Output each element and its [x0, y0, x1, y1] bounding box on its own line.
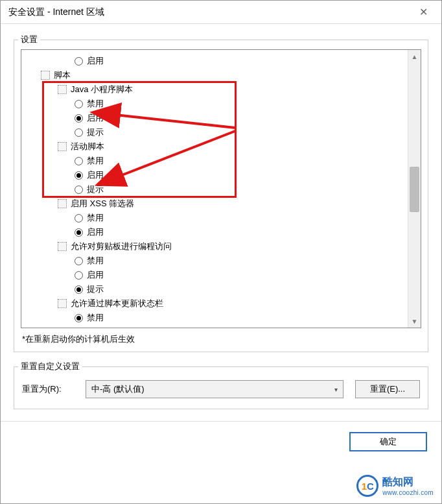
radio-icon — [75, 114, 83, 123]
button-label: 确定 — [380, 436, 397, 448]
scroll-down-icon[interactable]: ▼ — [408, 315, 421, 328]
radio-icon — [75, 214, 83, 222]
scroll-up-icon[interactable]: ▲ — [408, 50, 421, 63]
radio-icon — [75, 271, 83, 280]
category-label: 允许通过脚本更新状态栏 — [71, 296, 163, 311]
option-label: 禁用 — [87, 211, 104, 225]
reset-row: 重置为(R): 中-高 (默认值) ▾ 重置(E)... — [21, 376, 421, 402]
tree-scroll-area: 启用 脚本 Java 小程序脚本 禁用 — [21, 50, 408, 328]
radio-icon — [75, 100, 83, 108]
category-java-applet: Java 小程序脚本 — [21, 82, 408, 97]
category-icon — [58, 85, 67, 94]
clipboard-enable[interactable]: 启用 — [21, 268, 408, 282]
close-icon: ✕ — [419, 6, 428, 18]
reset-legend: 重置自定义设置 — [18, 361, 82, 372]
option-label: 禁用 — [87, 311, 104, 325]
reset-level-select[interactable]: 中-高 (默认值) ▾ — [86, 380, 343, 398]
scrollbar-thumb[interactable] — [410, 167, 419, 212]
category-xss-filter: 启用 XSS 筛选器 — [21, 197, 408, 211]
radio-icon — [75, 128, 83, 137]
radio-icon — [75, 257, 83, 265]
active-script-disable[interactable]: 禁用 — [21, 154, 408, 168]
option-label: 提示 — [87, 182, 104, 197]
chevron-down-icon: ▾ — [334, 386, 338, 393]
category-clipboard: 允许对剪贴板进行编程访问 — [21, 239, 408, 254]
category-statusbar: 允许通过脚本更新状态栏 — [21, 296, 408, 311]
radio-icon — [75, 314, 83, 322]
button-label: 重置(E)... — [370, 383, 405, 395]
ok-button[interactable]: 确定 — [349, 432, 427, 451]
watermark-logo-icon: 1C — [356, 475, 378, 497]
option-label: 启用 — [87, 225, 104, 239]
option-label: 禁用 — [87, 97, 104, 111]
option-label: 启用 — [87, 111, 104, 125]
dialog-footer: 确定 — [1, 422, 441, 451]
reset-button[interactable]: 重置(E)... — [355, 380, 420, 398]
active-script-enable[interactable]: 启用 — [21, 168, 408, 182]
xss-disable[interactable]: 禁用 — [21, 211, 408, 225]
category-label: 启用 XSS 筛选器 — [71, 197, 134, 211]
category-label: 活动脚本 — [71, 139, 104, 154]
close-button[interactable]: ✕ — [410, 3, 436, 21]
titlebar: 安全设置 - Internet 区域 ✕ — [1, 1, 441, 24]
radio-icon — [75, 157, 83, 165]
option-label: 禁用 — [87, 154, 104, 168]
radio-icon — [75, 186, 83, 194]
clipboard-disable[interactable]: 禁用 — [21, 254, 408, 268]
radio-icon — [75, 285, 83, 294]
window-title: 安全设置 - Internet 区域 — [8, 6, 104, 18]
option-label: 禁用 — [87, 254, 104, 268]
category-icon — [58, 299, 67, 308]
category-label: Java 小程序脚本 — [71, 82, 133, 97]
category-icon — [58, 142, 67, 151]
scrollbar[interactable]: ▲ ▼ — [408, 50, 421, 328]
option-label: 提示 — [87, 125, 104, 139]
radio-icon — [75, 228, 83, 237]
active-script-prompt[interactable]: 提示 — [21, 182, 408, 197]
option-label: 启用 — [87, 268, 104, 282]
category-label: 允许对剪贴板进行编程访问 — [71, 239, 172, 254]
option-enable-generic[interactable]: 启用 — [21, 54, 408, 68]
settings-groupbox: 设置 启用 脚本 Java 小程序 — [14, 40, 428, 352]
dialog-window: 安全设置 - Internet 区域 ✕ 设置 启用 脚本 — [0, 0, 442, 504]
option-label: 提示 — [87, 282, 104, 296]
java-applet-enable[interactable]: 启用 — [21, 111, 408, 125]
category-active-scripting: 活动脚本 — [21, 139, 408, 154]
java-applet-disable[interactable]: 禁用 — [21, 97, 408, 111]
radio-icon — [75, 171, 83, 180]
category-icon — [41, 71, 50, 80]
dialog-content: 设置 启用 脚本 Java 小程序 — [1, 24, 441, 409]
select-value: 中-高 (默认值) — [91, 383, 145, 395]
settings-tree: 启用 脚本 Java 小程序脚本 禁用 — [21, 49, 421, 328]
category-icon — [58, 199, 67, 208]
clipboard-prompt[interactable]: 提示 — [21, 282, 408, 296]
watermark-text: 酷知网 www.coozhi.com — [382, 475, 434, 496]
reset-groupbox: 重置自定义设置 重置为(R): 中-高 (默认值) ▾ 重置(E)... — [14, 366, 428, 409]
reset-label: 重置为(R): — [22, 383, 74, 395]
java-applet-prompt[interactable]: 提示 — [21, 125, 408, 139]
xss-enable[interactable]: 启用 — [21, 225, 408, 239]
option-label: 启用 — [87, 54, 104, 68]
settings-legend: 设置 — [18, 34, 40, 45]
category-icon — [58, 242, 67, 251]
category-scripts: 脚本 — [21, 68, 408, 82]
radio-icon — [75, 57, 83, 66]
watermark: 1C 酷知网 www.coozhi.com — [356, 475, 434, 497]
statusbar-disable[interactable]: 禁用 — [21, 311, 408, 325]
option-label: 启用 — [87, 168, 104, 182]
restart-note: *在重新启动你的计算机后生效 — [22, 333, 420, 345]
category-label: 脚本 — [54, 68, 71, 82]
